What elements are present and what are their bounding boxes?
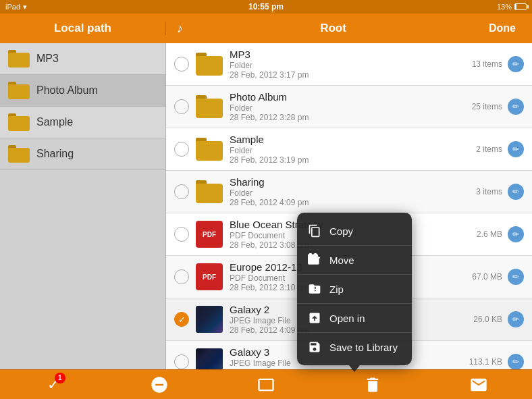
folder-icon — [8, 50, 30, 68]
sidebar-item-sample[interactable]: Sample — [0, 107, 165, 138]
move-icon — [307, 252, 323, 268]
radio-europe[interactable] — [174, 269, 189, 284]
status-time: 10:55 pm — [248, 2, 284, 11]
radio-galaxy2[interactable] — [174, 312, 189, 327]
save-library-icon — [307, 339, 323, 355]
radio-galaxy3[interactable] — [174, 354, 189, 369]
file-info-sharing: Sharing Folder28 Feb, 2012 4:09 pm — [230, 176, 471, 207]
status-right: 13% — [497, 3, 527, 11]
file-size-blue-ocean: 2.6 MB — [471, 230, 502, 239]
file-size-sharing: 3 items — [471, 187, 502, 196]
carrier-label: iPad — [5, 3, 20, 11]
sidebar-item-sharing[interactable]: Sharing — [0, 138, 165, 170]
copy-label: Copy — [329, 225, 353, 237]
file-name-sample: Sample — [230, 134, 471, 145]
file-item-photo-album[interactable]: Photo Album Folder28 Feb, 2012 3:28 pm 2… — [166, 86, 532, 128]
file-item-sample[interactable]: Sample Folder28 Feb, 2012 3:19 pm 2 item… — [166, 128, 532, 171]
file-info-mp3: MP3 Folder28 Feb, 2012 3:17 pm — [230, 49, 467, 80]
context-menu-move[interactable]: Move — [297, 246, 412, 275]
open-in-icon — [307, 310, 323, 326]
file-size-sample: 2 items — [471, 144, 502, 154]
file-info-sample: Sample Folder28 Feb, 2012 3:19 pm — [230, 134, 471, 165]
file-size-mp3: 13 items — [467, 59, 502, 69]
folder-icon-lg — [196, 138, 223, 161]
copy-icon — [307, 223, 323, 239]
bottom-toolbar: ✓ 1 — [0, 369, 532, 399]
pdf-icon-blue-ocean — [196, 221, 223, 248]
file-name-mp3: MP3 — [230, 49, 467, 60]
mail-icon — [469, 375, 488, 394]
file-meta-mp3: Folder28 Feb, 2012 3:17 pm — [230, 61, 467, 80]
save-library-label: Save to Library — [329, 342, 398, 353]
pdf-icon-europe — [196, 263, 223, 290]
header: Local path ♪ Root Done — [0, 14, 532, 43]
file-item-sharing[interactable]: Sharing Folder28 Feb, 2012 4:09 pm 3 ite… — [166, 171, 532, 213]
radio-blue-ocean[interactable] — [174, 227, 189, 242]
checkmark-button[interactable]: ✓ 1 — [38, 370, 68, 400]
radio-sharing[interactable] — [174, 184, 189, 199]
main-content: MP3 Photo Album Sample Sharing — [0, 43, 532, 369]
radio-mp3[interactable] — [174, 57, 189, 72]
header-root-title: Root — [183, 22, 483, 35]
music-icon: ♪ — [177, 22, 183, 36]
folder-icon — [8, 145, 30, 163]
folder-icon — [8, 82, 30, 99]
file-name-sharing: Sharing — [230, 176, 471, 188]
context-menu-save-library[interactable]: Save to Library — [297, 333, 412, 361]
file-size-europe: 67.0 MB — [467, 272, 502, 282]
status-left: iPad ▾ — [5, 3, 27, 11]
edit-icon-photo-album[interactable]: ✏ — [508, 99, 524, 115]
edit-icon-europe[interactable]: ✏ — [508, 269, 524, 285]
file-item-mp3[interactable]: MP3 Folder28 Feb, 2012 3:17 pm 13 items … — [166, 43, 532, 86]
file-meta-sample: Folder28 Feb, 2012 3:19 pm — [230, 146, 471, 165]
delete-button[interactable] — [358, 370, 388, 400]
context-menu: Copy Move Zip Open in Save t — [297, 213, 412, 365]
edit-icon-galaxy3[interactable]: ✏ — [508, 354, 524, 369]
radio-sample[interactable] — [174, 142, 189, 157]
move-label: Move — [329, 255, 354, 266]
sidebar-item-photo-album[interactable]: Photo Album — [0, 75, 165, 107]
file-meta-photo-album: Folder28 Feb, 2012 3:28 pm — [230, 103, 467, 122]
edit-icon-galaxy2[interactable]: ✏ — [508, 311, 524, 327]
context-menu-copy[interactable]: Copy — [297, 217, 412, 246]
file-size-galaxy2: 26.0 KB — [468, 315, 502, 324]
header-local-path-title: Local path — [0, 22, 166, 35]
sidebar: MP3 Photo Album Sample Sharing — [0, 43, 166, 369]
sidebar-sharing-label: Sharing — [36, 148, 74, 160]
edit-icon-mp3[interactable]: ✏ — [508, 56, 524, 72]
folder-icon-lg — [196, 53, 223, 76]
file-meta-sharing: Folder28 Feb, 2012 4:09 pm — [230, 188, 471, 207]
folder-icon — [8, 113, 30, 131]
toolbar-badge: 1 — [55, 373, 65, 383]
zip-icon — [307, 281, 323, 297]
trash-icon — [363, 375, 382, 394]
zip-label: Zip — [329, 284, 344, 295]
battery-icon — [514, 3, 527, 10]
sidebar-item-mp3[interactable]: MP3 — [0, 43, 165, 75]
folder-icon-lg — [196, 95, 223, 118]
screen-icon — [257, 375, 275, 394]
wifi-icon: ▾ — [23, 3, 27, 11]
context-menu-open-in[interactable]: Open in — [297, 304, 412, 333]
sidebar-photo-album-label: Photo Album — [36, 84, 98, 97]
file-name-photo-album: Photo Album — [230, 91, 467, 103]
radio-photo-album[interactable] — [174, 99, 189, 114]
thumbnail-galaxy3 — [196, 348, 223, 369]
edit-icon-sharing[interactable]: ✏ — [508, 184, 524, 200]
context-menu-zip[interactable]: Zip — [297, 275, 412, 304]
edit-icon-blue-ocean[interactable]: ✏ — [508, 226, 524, 242]
done-button[interactable]: Done — [483, 20, 521, 37]
open-in-label: Open in — [329, 313, 365, 324]
cancel-button[interactable] — [144, 370, 174, 400]
folder-icon-lg — [196, 180, 223, 203]
file-info-photo-album: Photo Album Folder28 Feb, 2012 3:28 pm — [230, 91, 467, 122]
screen-button[interactable] — [251, 370, 281, 400]
sidebar-sample-label: Sample — [36, 116, 73, 128]
edit-icon-sample[interactable]: ✏ — [508, 141, 524, 157]
cancel-icon — [150, 375, 169, 394]
file-size-photo-album: 25 items — [467, 102, 502, 111]
file-size-galaxy3: 113.1 KB — [464, 357, 502, 367]
sidebar-mp3-label: MP3 — [36, 53, 59, 65]
mail-button[interactable] — [464, 370, 494, 400]
header-right: ♪ Root Done — [166, 20, 532, 37]
